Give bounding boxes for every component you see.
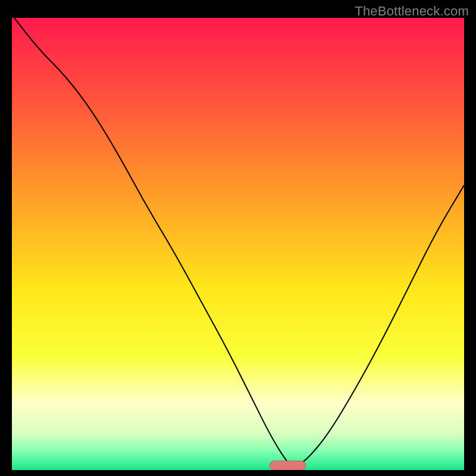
chart-background xyxy=(12,18,464,470)
watermark-text: TheBottleneck.com xyxy=(355,4,469,19)
optimal-region xyxy=(270,461,306,470)
chart-plot xyxy=(12,18,464,470)
chart-svg xyxy=(12,18,464,470)
chart-frame: TheBottleneck.com xyxy=(0,0,476,476)
